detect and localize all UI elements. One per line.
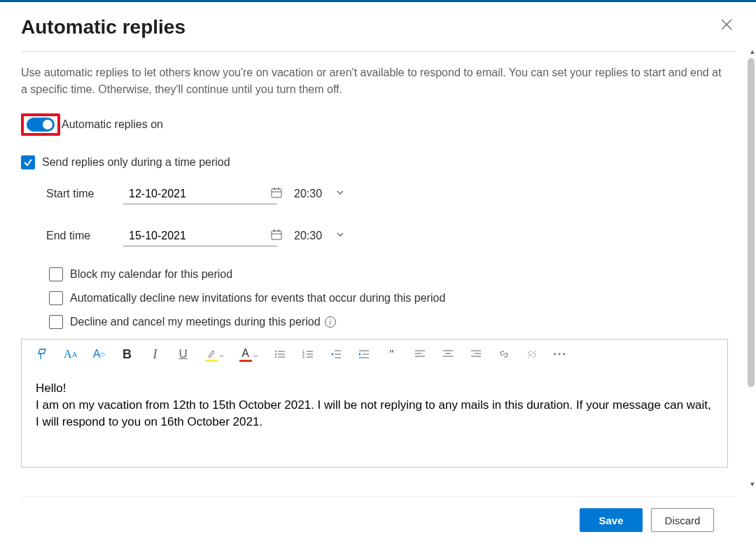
end-time-label: End time [46,230,123,242]
scroll-up-icon[interactable]: ▴ [750,47,755,56]
indent-icon[interactable] [358,346,370,362]
start-date-field[interactable] [123,183,277,204]
editor-textarea[interactable]: Hello! I am on my vacation from 12th to … [22,369,727,467]
align-right-icon[interactable] [470,346,482,362]
align-left-icon[interactable] [414,346,426,362]
block-calendar-label: Block my calendar for this period [70,268,232,281]
link-icon[interactable] [498,346,510,362]
svg-point-13 [275,356,276,358]
quote-icon[interactable]: " [386,346,398,362]
italic-button[interactable]: I [149,346,162,362]
number-list-icon[interactable]: 123 [302,346,314,362]
font-size-icon[interactable]: A◇ [93,346,106,362]
scrollbar[interactable] [748,58,755,387]
time-period-checkbox[interactable] [21,155,35,169]
annotation-highlight [21,113,60,136]
calendar-icon[interactable] [270,186,283,201]
bullet-list-icon[interactable] [274,346,286,362]
message-line: Hello! [36,380,713,397]
svg-text:3: 3 [302,355,304,359]
unlink-icon[interactable] [526,346,538,362]
more-options-icon[interactable]: ··· [554,346,567,362]
chevron-down-icon [335,230,377,242]
font-color-button[interactable]: A ⌵ [239,346,258,362]
outdent-icon[interactable] [330,346,342,362]
save-button[interactable]: Save [580,508,643,532]
auto-decline-label: Automatically decline new invitations fo… [70,292,445,304]
highlight-color-button[interactable]: ⌵ [205,346,224,362]
cancel-meetings-label: Decline and cancel my meetings during th… [70,316,321,328]
close-icon[interactable] [718,16,735,35]
font-family-icon[interactable]: AA [64,346,78,362]
svg-point-12 [275,354,276,355]
svg-point-11 [275,351,276,352]
description-text: Use automatic replies to let others know… [21,64,728,98]
underline-button[interactable]: U [177,346,190,362]
reply-editor: AA A◇ B I U ⌵ A ⌵ 1 [21,339,728,468]
cancel-meetings-checkbox[interactable] [49,315,63,329]
page-title: Automatic replies [21,16,186,38]
format-painter-icon[interactable] [36,346,48,362]
block-calendar-checkbox[interactable] [49,267,63,281]
start-time-value: 20:30 [294,188,335,200]
svg-rect-4 [272,231,281,239]
scroll-down-icon[interactable]: ▾ [750,479,755,489]
toggle-label: Automatic replies on [62,118,163,131]
end-date-field[interactable] [123,225,277,246]
end-time-dropdown[interactable]: 20:30 [290,227,381,245]
message-line: I am on my vacation from 12th to 15th Oc… [36,397,713,430]
automatic-replies-toggle[interactable] [27,118,55,132]
bold-button[interactable]: B [121,346,134,362]
start-time-label: Start time [46,188,123,200]
auto-decline-checkbox[interactable] [49,291,63,305]
calendar-icon[interactable] [270,228,283,243]
time-period-label: Send replies only during a time period [42,156,230,169]
chevron-down-icon [335,188,377,200]
info-icon[interactable]: i [325,316,336,328]
align-center-icon[interactable] [442,346,454,362]
svg-rect-0 [272,189,281,197]
discard-button[interactable]: Discard [651,508,714,532]
end-date-input[interactable] [127,229,270,243]
start-date-input[interactable] [127,187,270,201]
start-time-dropdown[interactable]: 20:30 [290,185,381,203]
editor-toolbar: AA A◇ B I U ⌵ A ⌵ 1 [22,340,727,369]
end-time-value: 20:30 [294,230,335,242]
